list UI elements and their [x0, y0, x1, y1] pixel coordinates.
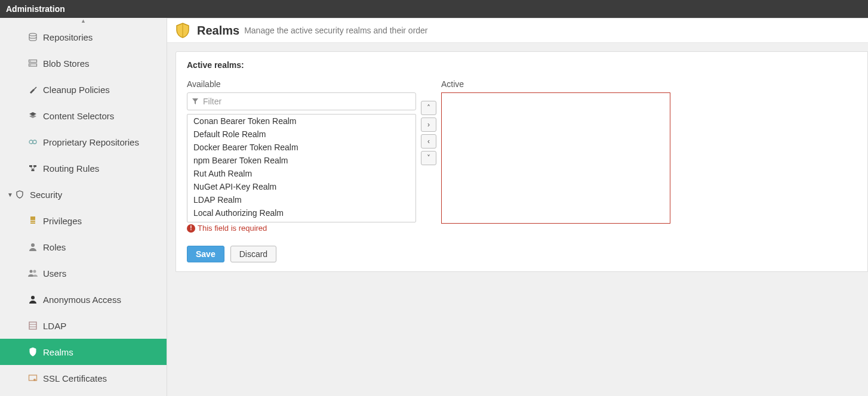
available-realm-row[interactable]: Conan Bearer Token Realm [187, 115, 415, 128]
move-down-button[interactable]: ˅ [421, 151, 436, 165]
sidebar-item-label: Roles [43, 242, 66, 252]
svg-rect-12 [32, 169, 35, 171]
sidebar-item-blob-stores[interactable]: Blob Stores [0, 50, 167, 76]
save-button[interactable]: Save [187, 246, 224, 262]
svg-rect-11 [33, 165, 36, 167]
field-error: ! This field is required [187, 224, 416, 233]
svg-point-9 [33, 140, 36, 144]
sidebar-item-anonymous-access[interactable]: Anonymous Access [0, 286, 167, 313]
sidebar-item-ldap[interactable]: LDAP [0, 313, 167, 339]
svg-point-3 [30, 61, 31, 62]
ldap-icon [26, 321, 39, 330]
chevron-down-icon: ▼ [7, 191, 13, 198]
available-realm-row[interactable]: Local Authorizing Realm [187, 206, 415, 219]
discard-button[interactable]: Discard [230, 246, 276, 262]
sidebar-item-routing-rules[interactable]: Routing Rules [0, 155, 167, 181]
sidebar-item-label: Cleanup Policies [43, 85, 110, 95]
sidebar-item-repositories[interactable]: Repositories [0, 24, 167, 50]
sidebar-group-security[interactable]: ▼ Security [0, 181, 167, 208]
sidebar-item-proprietary-repositories[interactable]: Proprietary Repositories [0, 129, 167, 155]
svg-point-21 [31, 296, 35, 299]
svg-rect-15 [30, 216, 35, 220]
broom-icon [26, 85, 39, 94]
roles-icon [26, 242, 39, 252]
sidebar-item-privileges[interactable]: Privileges [0, 208, 167, 234]
svg-line-13 [31, 167, 33, 169]
sidebar-item-label: Proprietary Repositories [43, 137, 139, 147]
sidebar-item-label: Privileges [43, 216, 82, 226]
svg-point-19 [30, 270, 33, 273]
layers-icon [26, 111, 39, 120]
available-label: Available [187, 79, 416, 89]
svg-marker-7 [29, 115, 36, 118]
page-title: Realms [197, 24, 239, 38]
available-realm-row[interactable]: Docker Bearer Token Realm [187, 141, 415, 154]
sidebar-item-label: Anonymous Access [43, 295, 121, 305]
svg-rect-17 [30, 222, 35, 224]
sidebar-item-label: Blob Stores [43, 58, 90, 69]
sidebar-item-users[interactable]: Users [0, 260, 167, 286]
scroll-up-indicator[interactable]: ▲ [0, 18, 167, 24]
sidebar-group-label: Security [30, 190, 62, 200]
sidebar-item-label: Content Selectors [43, 111, 114, 121]
filter-input[interactable] [187, 92, 416, 110]
svg-point-18 [31, 243, 35, 247]
admin-header: Administration [0, 0, 868, 18]
sidebar-item-label: Users [43, 268, 66, 279]
svg-point-8 [29, 140, 33, 144]
error-text: This field is required [198, 224, 267, 233]
realms-shield-icon [174, 22, 191, 39]
routing-icon [26, 164, 39, 172]
users-icon [26, 269, 39, 277]
svg-rect-22 [29, 322, 36, 329]
anonymous-icon [26, 295, 39, 304]
certificate-icon [26, 374, 39, 382]
blob-stores-icon [26, 59, 39, 67]
sidebar-item-label: Routing Rules [43, 163, 99, 174]
content: Realms Manage the active security realms… [167, 18, 868, 396]
sidebar-item-iq-server[interactable]: IQ Server [0, 391, 167, 396]
section-title: Active realms: [187, 60, 857, 70]
svg-line-14 [33, 167, 35, 169]
proprietary-icon [26, 138, 39, 146]
sidebar-item-label: Realms [43, 347, 73, 357]
filter-icon [192, 98, 199, 105]
sidebar-item-label: LDAP [43, 321, 66, 331]
available-realm-row[interactable]: npm Bearer Token Realm [187, 154, 415, 167]
sidebar-item-label: Repositories [43, 32, 93, 42]
sidebar-item-roles[interactable]: Roles [0, 234, 167, 260]
sidebar: ▲ Repositories Blob Stores Cleanup Polic… [0, 18, 167, 396]
svg-point-20 [33, 270, 36, 273]
sidebar-item-cleanup-policies[interactable]: Cleanup Policies [0, 76, 167, 103]
svg-point-4 [30, 64, 31, 66]
security-icon [13, 190, 26, 199]
available-realm-row[interactable]: NuGet API-Key Realm [187, 180, 415, 193]
error-icon: ! [187, 224, 195, 233]
privileges-icon [26, 216, 39, 225]
page-subtitle: Manage the active security realms and th… [244, 26, 427, 35]
svg-point-26 [33, 379, 36, 381]
admin-header-title: Administration [6, 4, 65, 14]
available-realm-row[interactable]: Rut Auth Realm [187, 167, 415, 180]
svg-rect-10 [29, 165, 32, 167]
move-up-button[interactable]: ˄ [421, 101, 436, 115]
svg-line-5 [34, 87, 36, 89]
repositories-icon [26, 33, 39, 41]
sidebar-item-realms[interactable]: Realms [0, 339, 167, 365]
shield-icon [26, 347, 39, 357]
available-realm-row[interactable]: Default Role Realm [187, 128, 415, 141]
sidebar-item-label: SSL Certificates [43, 373, 107, 383]
move-left-button[interactable]: ‹ [421, 134, 436, 148]
available-listbox[interactable]: Conan Bearer Token RealmDefault Role Rea… [187, 114, 416, 222]
realms-form-panel: Active realms: Available Conan Bearer To… [176, 51, 868, 272]
page-header: Realms Manage the active security realms… [167, 18, 868, 43]
sidebar-item-content-selectors[interactable]: Content Selectors [0, 103, 167, 129]
active-listbox[interactable] [441, 92, 670, 224]
available-realm-row[interactable]: LDAP Realm [187, 193, 415, 206]
svg-rect-16 [30, 221, 35, 222]
active-label: Active [441, 79, 670, 89]
svg-point-0 [29, 33, 36, 36]
sidebar-item-ssl-certificates[interactable]: SSL Certificates [0, 365, 167, 391]
move-right-button[interactable]: › [421, 117, 436, 132]
